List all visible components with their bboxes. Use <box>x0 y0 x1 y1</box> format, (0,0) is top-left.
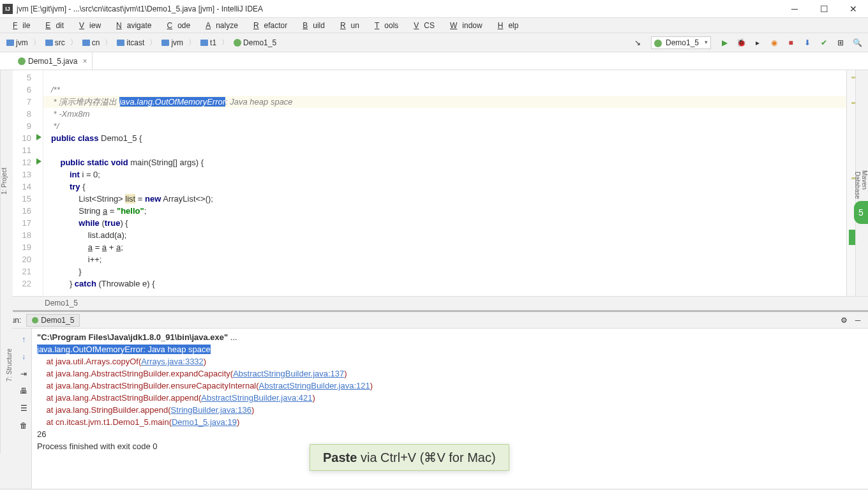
build-icon[interactable]: ↘ <box>631 36 645 50</box>
hint-bold: Paste <box>323 450 357 464</box>
breadcrumbs: jvm〉 src〉 cn〉 itcast〉 jvm〉 t1〉 Demo1_5 <box>4 37 279 48</box>
favorites-tool-button[interactable]: 2: Favorites <box>0 352 1 385</box>
tab-close-icon[interactable]: × <box>82 57 87 66</box>
code-area[interactable]: /** * 演示堆内存溢出 java.lang.OutOfMemoryError… <box>43 70 846 296</box>
menu-help[interactable]: Help <box>488 20 524 31</box>
menu-refactor[interactable]: Refactor <box>243 20 292 31</box>
run-header: Run: Demo1_5 ⚙ ─ <box>0 312 868 329</box>
menu-view[interactable]: View <box>69 20 106 31</box>
editor-crumb[interactable]: Demo1_5 <box>45 299 78 308</box>
debug-icon[interactable]: 🐞 <box>734 36 748 50</box>
window-title: jvm [E:\git\jvm] - ...\src\cn\itcast\jvm… <box>17 4 263 13</box>
run-config-selector[interactable]: Demo1_5 <box>651 36 711 49</box>
menu-navigate[interactable]: Navigate <box>106 20 156 31</box>
minimize-button[interactable]: ─ <box>780 0 809 18</box>
project-tool-button[interactable]: 1: Project <box>1 168 8 195</box>
menu-window[interactable]: Window <box>440 20 488 31</box>
hint-overlay: Paste via Ctrl+V (⌘V for Mac) <box>310 444 509 471</box>
editor-tabs: Demo1_5.java × <box>0 52 868 70</box>
menu-analyze[interactable]: Analyze <box>195 20 243 31</box>
menu-run[interactable]: Run <box>330 20 364 31</box>
crumb-jvm[interactable]: jvm <box>4 37 31 48</box>
gutter: 5678910111213141516171819202122 <box>13 70 43 296</box>
menu-edit[interactable]: Edit <box>35 20 69 31</box>
menu-tools[interactable]: Tools <box>364 20 403 31</box>
up-icon[interactable]: ↑ <box>16 332 31 347</box>
left-tool-strip[interactable]: 1: Project <box>0 70 13 296</box>
editor-area: 1: Project 56789101112131415161718192021… <box>0 70 868 296</box>
delete-icon[interactable]: 🗑 <box>16 418 31 433</box>
vcs-update-icon[interactable]: ⬇ <box>800 36 814 50</box>
menu-bar: FileEditViewNavigateCodeAnalyzeRefactorB… <box>0 18 868 33</box>
error-stripe[interactable] <box>846 70 855 296</box>
editor-crumb-bar: Demo1_5 <box>0 296 868 310</box>
stop-icon[interactable]: ■ <box>784 36 798 50</box>
tab-label: Demo1_5.java <box>28 57 77 66</box>
left-tool-strip-lower: 2: Favorites 7: Structure <box>0 281 13 453</box>
hint-rest: via Ctrl+V (⌘V for Mac) <box>357 450 495 464</box>
crumb-Demo1_5[interactable]: Demo1_5 <box>231 37 279 48</box>
settings-icon[interactable]: ⚙ <box>839 315 849 325</box>
menu-build[interactable]: Build <box>292 20 330 31</box>
right-tool-strip[interactable]: Maven Database <box>855 70 868 296</box>
crumb-cn[interactable]: cn <box>80 37 103 48</box>
crumb-src[interactable]: src <box>43 37 68 48</box>
menu-code[interactable]: Code <box>156 20 195 31</box>
run-tab-label: Demo1_5 <box>41 316 74 325</box>
code-editor[interactable]: 5678910111213141516171819202122 /** * 演示… <box>13 70 855 296</box>
crumb-t1[interactable]: t1 <box>198 37 219 48</box>
crumb-jvm[interactable]: jvm <box>159 37 186 48</box>
structure-tool-button[interactable]: 7: Structure <box>6 348 13 388</box>
wrap-icon[interactable]: ⇥ <box>16 366 31 382</box>
search-icon[interactable]: 🔍 <box>850 36 864 50</box>
vcs-commit-icon[interactable]: ✔ <box>817 36 831 50</box>
app-icon: IJ <box>3 4 13 14</box>
run-tab[interactable]: Demo1_5 <box>26 314 80 327</box>
hide-icon[interactable]: ─ <box>853 315 863 325</box>
window-controls: ─ ☐ ✕ <box>780 0 868 18</box>
title-bar: IJ jvm [E:\git\jvm] - ...\src\cn\itcast\… <box>0 0 868 18</box>
crumb-itcast[interactable]: itcast <box>114 37 147 48</box>
run-tab-icon <box>32 317 38 323</box>
menu-file[interactable]: File <box>3 20 35 31</box>
java-class-icon <box>18 57 26 65</box>
profile-icon[interactable]: ◉ <box>767 36 781 50</box>
structure-icon[interactable]: ⊞ <box>834 36 848 50</box>
floating-badge[interactable]: 5 <box>854 201 868 224</box>
maven-tool-button[interactable]: Maven <box>861 170 868 189</box>
run-icon[interactable]: ▶ <box>717 36 731 50</box>
menu-vcs[interactable]: VCS <box>403 20 440 31</box>
toolbar: jvm〉 src〉 cn〉 itcast〉 jvm〉 t1〉 Demo1_5 ↘… <box>0 33 868 52</box>
scroll-icon[interactable]: ☰ <box>16 401 31 416</box>
maximize-button[interactable]: ☐ <box>809 0 839 18</box>
print-icon[interactable]: 🖶 <box>16 383 31 399</box>
close-button[interactable]: ✕ <box>839 0 868 18</box>
coverage-icon[interactable]: ▸ <box>751 36 765 50</box>
down-icon[interactable]: ↓ <box>16 349 31 364</box>
toolbar-actions: ↘ Demo1_5 ▶ 🐞 ▸ ◉ ■ ⬇ ✔ ⊞ 🔍 <box>631 36 864 50</box>
tab-demo15[interactable]: Demo1_5.java × <box>13 52 93 70</box>
